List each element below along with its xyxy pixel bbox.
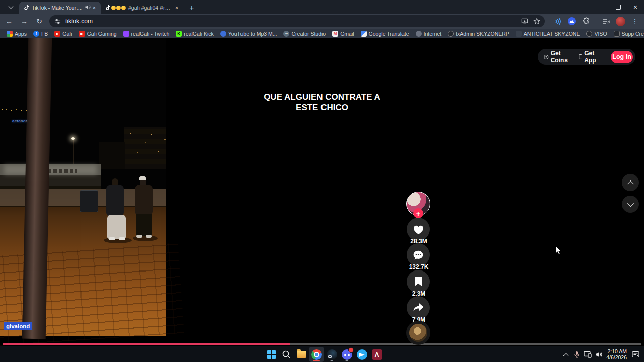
tab-audio-icon[interactable] bbox=[85, 4, 91, 11]
bookmark-kick[interactable]: KrealGafi Kick bbox=[176, 31, 214, 37]
audio-playing-icon[interactable] bbox=[552, 16, 562, 26]
profile-avatar[interactable] bbox=[615, 16, 625, 26]
bookmark-txadmin[interactable]: txAdmin SKYZONERP bbox=[448, 31, 509, 37]
bookmark-creator-studio[interactable]: ∞Creator Studio bbox=[283, 31, 326, 37]
next-video-button[interactable] bbox=[622, 196, 639, 213]
lambda-icon: Λ bbox=[372, 349, 382, 360]
follow-plus-button[interactable]: + bbox=[413, 208, 423, 218]
bookmark-internet[interactable]: Internet bbox=[416, 31, 442, 37]
video-player[interactable]: QUE ALGUIEN CONTRATE A ESTE CHICO actaho… bbox=[0, 38, 166, 336]
chrome-icon bbox=[311, 349, 322, 360]
tune-icon[interactable] bbox=[53, 17, 61, 25]
avatar bbox=[616, 17, 625, 26]
fivem-button[interactable]: Λ bbox=[369, 347, 384, 362]
bookmarks-bar: Apps fFB ▶Gafi ▶Gafi Gaming realGafi - T… bbox=[0, 29, 644, 38]
chevron-down-icon bbox=[627, 200, 634, 207]
sound-disc-avatar[interactable] bbox=[406, 321, 430, 345]
get-coins-button[interactable]: Get Coins bbox=[544, 50, 572, 64]
person-right-pants bbox=[136, 214, 152, 236]
restore-button[interactable] bbox=[610, 0, 627, 14]
previous-video-button[interactable] bbox=[622, 174, 639, 191]
back-button[interactable]: ← bbox=[3, 15, 15, 27]
tab-search-button[interactable] bbox=[4, 2, 17, 12]
heart-icon bbox=[413, 224, 424, 235]
twitch-icon bbox=[123, 31, 129, 37]
bookmark-supp-creator[interactable]: Supp Creator bbox=[614, 31, 644, 37]
creator-username[interactable]: givalond bbox=[4, 322, 32, 330]
tab-tiktok[interactable]: TikTok - Make Your Day × bbox=[19, 2, 101, 14]
mouse-cursor bbox=[555, 245, 562, 255]
bookmark-translate[interactable]: Google Translate bbox=[361, 31, 409, 37]
google-translate-icon bbox=[361, 31, 367, 37]
minimize-button[interactable]: — bbox=[593, 0, 610, 14]
search-icon bbox=[282, 350, 291, 359]
video-scene-right-windows bbox=[130, 133, 131, 134]
comment-icon bbox=[413, 250, 424, 260]
person-right-torso bbox=[135, 185, 153, 216]
bookmark-apps[interactable]: Apps bbox=[7, 31, 27, 37]
header-actions: Get Coins Get App Log in bbox=[538, 49, 635, 65]
kick-icon: K bbox=[176, 31, 182, 37]
steam-button[interactable] bbox=[324, 347, 339, 362]
video-caption: QUE ALGUIEN CONTRATE A ESTE CHICO bbox=[0, 92, 166, 113]
notification-center-icon[interactable] bbox=[630, 347, 641, 361]
header-divider bbox=[606, 53, 606, 61]
extensions-puzzle-icon[interactable] bbox=[581, 16, 591, 26]
phone-icon bbox=[579, 53, 582, 60]
person-right-shoe bbox=[146, 235, 152, 238]
login-button[interactable]: Log in bbox=[611, 51, 633, 63]
forward-button[interactable]: → bbox=[18, 15, 30, 27]
tray-expand-button[interactable] bbox=[560, 347, 571, 361]
telegram-button[interactable] bbox=[354, 347, 369, 362]
start-button[interactable] bbox=[264, 347, 279, 362]
address-bar[interactable]: tiktok.com bbox=[49, 15, 545, 27]
bookmark-twitch[interactable]: realGafi - Twitch bbox=[123, 31, 170, 37]
system-tray: 2:10 AM 4/6/2026 bbox=[560, 346, 641, 362]
tab-close-icon[interactable]: × bbox=[173, 4, 180, 11]
microphone-icon[interactable] bbox=[571, 347, 582, 361]
windows-taskbar: Λ 2:10 AM 4/6/2026 bbox=[0, 346, 644, 362]
display-cast-icon[interactable] bbox=[582, 347, 593, 361]
new-tab-button[interactable]: + bbox=[186, 2, 197, 13]
browser-menu-button[interactable]: ⋮ bbox=[630, 16, 640, 26]
reload-button[interactable]: ↻ bbox=[33, 15, 45, 27]
converter-icon bbox=[220, 31, 226, 37]
running-indicator bbox=[346, 360, 348, 361]
restore-icon bbox=[616, 5, 621, 10]
bookmark-star-icon[interactable] bbox=[533, 17, 541, 25]
viso-icon bbox=[586, 31, 592, 37]
url-text[interactable]: tiktok.com bbox=[65, 18, 521, 25]
browser-tab-strip: TikTok - Make Your Day × #gafi #gafi04 #… bbox=[0, 0, 644, 14]
bookmark-gafi[interactable]: ▶Gafi bbox=[54, 31, 72, 37]
chrome-button[interactable] bbox=[309, 347, 324, 362]
media-controls-icon[interactable] bbox=[601, 16, 611, 26]
close-button[interactable]: × bbox=[627, 0, 644, 14]
discord-button[interactable] bbox=[339, 347, 354, 362]
bookmark-yt-mp3[interactable]: YouTube to Mp3 M... bbox=[220, 31, 277, 37]
laughing-emoji-icon bbox=[111, 6, 116, 10]
chevron-up-icon bbox=[627, 180, 634, 187]
clock-time: 2:10 AM bbox=[606, 348, 627, 354]
bookmark-anticheat[interactable]: ANTICHEAT SKYZONE bbox=[516, 31, 580, 37]
tiktok-page: TikTok Get Coins Get App Log in For You … bbox=[0, 38, 644, 346]
browser-toolbar: ← → ↻ tiktok.com ⋮ bbox=[0, 14, 644, 29]
get-app-button[interactable]: Get App bbox=[579, 50, 602, 64]
gmail-icon: M bbox=[332, 31, 338, 37]
person-left-torso bbox=[106, 185, 124, 217]
txadmin-icon bbox=[448, 31, 454, 37]
bookmark-gafi-gaming[interactable]: ▶Gafi Gaming bbox=[79, 31, 117, 37]
install-icon[interactable] bbox=[521, 17, 529, 25]
volume-icon[interactable] bbox=[593, 347, 604, 361]
taskbar-search-button[interactable] bbox=[279, 347, 294, 362]
bookmark-fb[interactable]: fFB bbox=[33, 31, 48, 37]
bookmark-gmail[interactable]: MGmail bbox=[332, 31, 354, 37]
bookmark-viso[interactable]: VISO bbox=[586, 31, 607, 37]
tab-gafi[interactable]: #gafi #gafi04 #realga × bbox=[101, 2, 183, 14]
bookmark-icon bbox=[414, 277, 423, 287]
person-right-shoe bbox=[136, 235, 142, 238]
taskbar-clock[interactable]: 2:10 AM 4/6/2026 bbox=[606, 348, 627, 360]
tab-title: #gafi #gafi04 #realga bbox=[128, 5, 171, 11]
file-explorer-button[interactable] bbox=[294, 347, 309, 362]
tab-close-icon[interactable]: × bbox=[91, 4, 98, 11]
vpn-extension-icon[interactable] bbox=[567, 16, 577, 26]
